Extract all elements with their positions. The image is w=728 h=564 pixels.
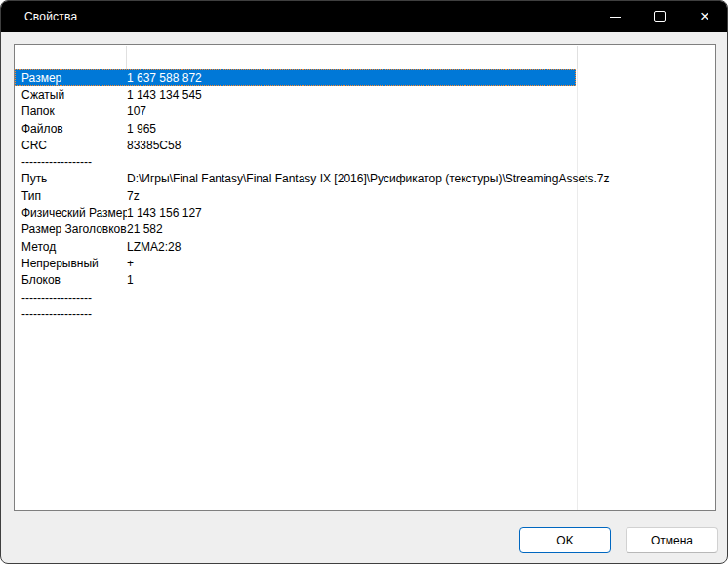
close-button[interactable]: × [682,1,727,32]
property-value: D:\Игры\Final Fantasy\Final Fantasy IX [… [127,172,609,185]
separator-row[interactable]: ------------------ [15,305,576,322]
ok-button-label: OK [556,534,573,547]
property-value: 1 [127,273,576,287]
property-value: 83385C58 [127,139,576,152]
minimize-button[interactable] [592,1,637,32]
property-label: ------------------ [15,307,127,321]
window-title: Свойства [24,10,77,23]
property-row[interactable]: Размер Заголовков21 582 [15,222,576,238]
cancel-button-label: Отмена [651,534,693,547]
maximize-icon [654,11,666,22]
ok-button[interactable]: OK [519,527,611,553]
property-list-header [15,45,715,69]
property-value: + [127,257,576,270]
property-label: Папок [15,104,127,118]
property-label: ------------------ [15,291,127,304]
separator-row[interactable]: ------------------ [15,153,576,170]
property-value: 1 143 156 127 [127,206,576,220]
property-label: Тип [15,189,127,203]
property-value: LZMA2:28 [127,240,576,254]
property-list-rows: Размер1 637 588 872Сжатый1 143 134 545Па… [15,69,715,322]
property-row[interactable]: Блоков1 [15,272,576,289]
column-divider[interactable] [577,46,578,69]
separator-row[interactable]: ------------------ [15,289,576,305]
property-label: Метод [15,240,127,254]
property-value: 107 [127,104,576,118]
properties-dialog: Свойства × Размер1 637 588 872Сжатый1 14… [0,0,728,564]
property-value: 1 143 134 545 [127,88,576,101]
property-value: 1 965 [127,122,576,136]
property-row[interactable]: Тип7z [15,187,576,204]
titlebar: Свойства × [1,1,727,32]
property-row[interactable]: Сжатый1 143 134 545 [15,86,576,102]
cancel-button[interactable]: Отмена [626,527,718,553]
property-label: ------------------ [15,155,127,169]
property-label: Непрерывный [15,257,127,270]
property-row[interactable]: МетодLZMA2:28 [15,238,576,255]
property-label: Блоков [15,273,127,287]
property-value: 21 582 [127,222,576,236]
property-value: 1 637 588 872 [127,71,576,85]
close-icon: × [700,8,709,24]
property-label: CRC [15,139,127,152]
property-label: Размер [15,71,127,85]
property-row[interactable]: Папок107 [15,103,576,120]
column-divider[interactable] [126,46,127,69]
property-label: Путь [15,172,127,185]
property-label: Размер Заголовков [15,222,127,236]
property-row[interactable]: CRC83385C58 [15,137,576,153]
property-row[interactable]: Файлов1 965 [15,120,576,137]
maximize-button[interactable] [637,1,682,32]
property-label: Сжатый [15,88,127,101]
property-label: Физический Размер [15,206,127,220]
property-list[interactable]: Размер1 637 588 872Сжатый1 143 134 545Па… [14,44,716,511]
property-label: Файлов [15,122,127,136]
property-row[interactable]: Физический Размер1 143 156 127 [15,204,576,221]
property-row[interactable]: Непрерывный+ [15,255,576,271]
window-controls: × [592,1,727,32]
minimize-icon [610,17,621,18]
property-row[interactable]: Размер1 637 588 872 [15,69,576,86]
property-value: 7z [127,189,576,203]
property-row[interactable]: ПутьD:\Игры\Final Fantasy\Final Fantasy … [15,171,576,187]
